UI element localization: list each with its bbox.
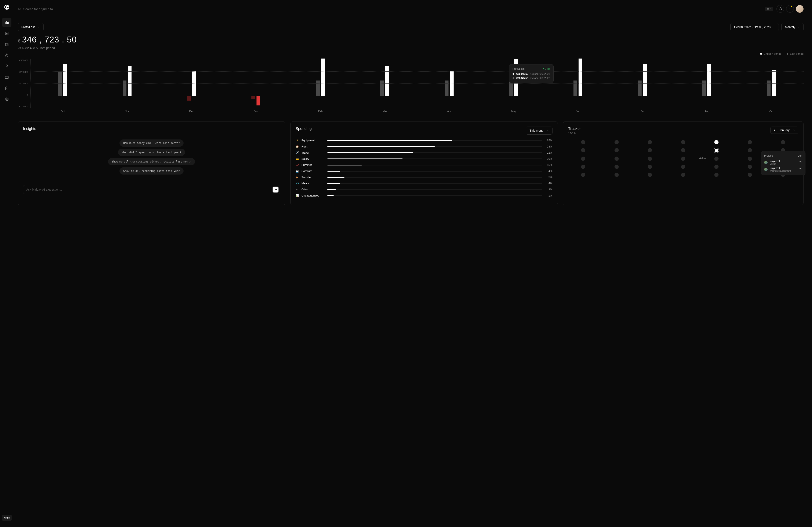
tracker-day[interactable] (748, 140, 752, 144)
refresh-icon (779, 7, 782, 11)
tracker-day[interactable] (648, 172, 652, 177)
tracker-day[interactable] (681, 165, 685, 169)
tracker-day[interactable] (648, 148, 652, 152)
tracker-day[interactable] (714, 165, 719, 169)
prev-month-button[interactable] (773, 129, 776, 132)
nav-document[interactable] (2, 62, 11, 71)
project-avatar (764, 161, 768, 164)
spending-row[interactable]: 🏠 Rent 24% (295, 145, 553, 148)
nav-timer[interactable] (2, 51, 11, 60)
spending-bar (327, 146, 542, 147)
spending-label: Other (302, 188, 325, 191)
tracker-project-row[interactable]: Project X Webflow Development 7h (764, 167, 802, 172)
spending-row[interactable]: 🍽 Meals 4% (295, 182, 553, 185)
spending-category-icon: 💳 (295, 157, 299, 160)
ai-input-wrap[interactable] (23, 185, 280, 194)
tracker-day[interactable] (748, 165, 752, 169)
tracker-day[interactable] (581, 140, 585, 144)
metric-dropdown[interactable]: Profit/Loss (18, 23, 44, 31)
workspace-badge[interactable]: Acme (2, 515, 12, 521)
spending-pct: 2% (545, 188, 553, 191)
interval-dropdown[interactable]: Monthly (781, 23, 803, 31)
summary: € 346 , 723 . 50 vs €232,433.50 last per… (18, 35, 803, 50)
tracker-day[interactable] (614, 140, 619, 144)
nav-list[interactable] (2, 29, 11, 38)
nav-chart[interactable] (2, 18, 11, 27)
project-name: Project X (770, 160, 797, 163)
nav-export[interactable] (2, 84, 11, 93)
spending-bar (327, 177, 542, 178)
spending-bar (327, 165, 542, 165)
project-name: Project X (770, 167, 797, 170)
tracker-day[interactable] (614, 156, 619, 161)
nav-settings[interactable] (2, 95, 11, 104)
tracker-day[interactable] (714, 148, 719, 153)
spending-category-icon: ▶ (295, 176, 299, 179)
spending-row[interactable]: 🖥 Equipment 35% (295, 139, 553, 142)
tracker-day[interactable] (748, 156, 752, 161)
tooltip-title: Profit/Loss (512, 67, 525, 70)
tracker-day[interactable] (748, 172, 752, 177)
insight-chip[interactable]: Show me all transactions without receipt… (108, 158, 195, 165)
tracker-day[interactable] (714, 140, 719, 144)
tracker-day[interactable] (614, 148, 619, 152)
tracker-popup-title: Projects (764, 154, 773, 157)
avatar[interactable] (796, 5, 803, 13)
chevron-down-icon (773, 26, 775, 28)
summary-currency: € (18, 38, 20, 44)
spending-period-dropdown[interactable]: This month (526, 126, 552, 135)
tracker-day[interactable] (581, 165, 585, 169)
search-icon (18, 7, 21, 11)
tracker-day[interactable] (748, 148, 752, 152)
spending-pct: 22% (545, 151, 553, 154)
tracker-day[interactable] (681, 148, 685, 152)
spending-category-icon: 🛋 (295, 164, 299, 166)
tracker-day[interactable] (648, 165, 652, 169)
spending-bar (327, 152, 542, 153)
chart-tooltip: Profit/Loss 24% €20345.50 October 20, 20… (509, 64, 554, 83)
spending-row[interactable]: ▶ Transfer 5% (295, 176, 553, 179)
project-desc: Webflow Development (770, 170, 797, 172)
tracker-day[interactable] (714, 172, 719, 177)
refresh-button[interactable] (777, 5, 784, 13)
chevron-down-icon (797, 26, 800, 28)
spending-label: Travel (302, 151, 325, 154)
tracker-day[interactable] (614, 172, 619, 177)
next-month-button[interactable] (793, 129, 796, 132)
ai-submit-button[interactable] (273, 186, 278, 193)
insight-chip[interactable]: Show me all recurring costs this year (119, 167, 184, 175)
tracker-day[interactable] (648, 140, 652, 144)
insight-chip[interactable]: How much money did I earn last month? (119, 139, 184, 147)
spending-row[interactable]: 💳 Salary 20% (295, 157, 553, 160)
tracker-popup-total: 16h (798, 154, 802, 157)
tracker-day[interactable] (681, 172, 685, 177)
search[interactable]: ⌘ K (18, 7, 773, 11)
tracker-day[interactable] (681, 140, 685, 144)
tracker-day[interactable] (581, 148, 585, 152)
tracker-day[interactable] (648, 156, 652, 161)
spending-row[interactable]: ⚙ Other 2% (295, 188, 553, 191)
insight-chip[interactable]: What did I spend on software last year? (118, 149, 185, 156)
tracker-project-row[interactable]: Project X Design 7h (764, 160, 802, 165)
tracker-day[interactable] (781, 140, 785, 144)
summary-comparison: vs €232,433.50 last period (18, 46, 803, 50)
ai-input[interactable] (26, 188, 273, 191)
tracker-day[interactable] (714, 156, 719, 161)
nav-card[interactable] (2, 73, 11, 82)
spending-row[interactable]: ✈️ Travel 22% (295, 151, 553, 154)
tracker-day[interactable] (581, 156, 585, 161)
spending-row[interactable]: 🛋 Furniture 15% (295, 163, 553, 166)
daterange-dropdown[interactable]: Oct 08, 2022 - Oct 08, 2023 (730, 23, 779, 31)
tracker-day[interactable] (614, 165, 619, 169)
tracker-day[interactable] (681, 156, 685, 161)
spending-row[interactable]: 📊 Uncategorized 1% (295, 194, 553, 197)
notifications-button[interactable] (786, 5, 794, 13)
spending-row[interactable]: 💾 Software 4% (295, 169, 553, 172)
tracker-subtitle: 165 h (568, 132, 581, 135)
sidebar-footer: Acme (2, 515, 12, 521)
spending-label: Transfer (302, 176, 325, 179)
tracker-day[interactable] (581, 172, 585, 177)
spending-label: Software (302, 169, 325, 172)
search-input[interactable] (23, 7, 763, 11)
nav-inbox[interactable] (2, 40, 11, 49)
